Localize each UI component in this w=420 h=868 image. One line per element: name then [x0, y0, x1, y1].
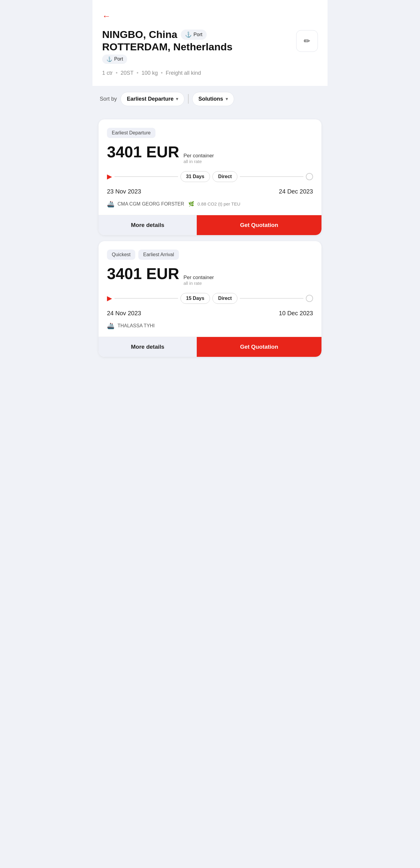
- anchor-icon: ⚓: [185, 31, 192, 38]
- edit-button[interactable]: ✏: [296, 30, 318, 52]
- badge-earliest-departure: Earliest Departure: [107, 128, 156, 138]
- edit-icon: ✏: [304, 36, 310, 46]
- leaf-icon-1: 🌿: [188, 201, 194, 207]
- title-content: NINGBO, China ⚓ Port ROTTERDAM, Netherla…: [102, 29, 291, 64]
- subtitle-freight: Freight all kind: [166, 70, 201, 76]
- card-2-per-container: Per container: [184, 275, 214, 281]
- dot-1: •: [116, 70, 118, 76]
- card-1-per-container: Per container: [184, 153, 214, 159]
- route-circle-1: [306, 173, 313, 180]
- badge-quickest: Quickest: [107, 250, 135, 260]
- subtitle-row: 1 ctr • 20ST • 100 kg • Freight all kind: [102, 70, 318, 76]
- chevron-down-icon-2: ▾: [226, 96, 228, 101]
- card-2-date-from: 24 Nov 2023: [107, 310, 141, 317]
- play-icon-2: ▶: [107, 294, 112, 302]
- origin-port-badge: ⚓ Port: [181, 30, 206, 40]
- subtitle-ctr: 1 ctr: [102, 70, 113, 76]
- card-1-co2: 0.88 CO2 (t) per TEU: [197, 201, 240, 207]
- card-2-all-in: all in rate: [184, 281, 214, 286]
- card-2-route: ▶ 15 Days Direct: [107, 293, 313, 304]
- destination-row: ROTTERDAM, Netherlands: [102, 41, 291, 53]
- back-button[interactable]: ←: [102, 12, 110, 21]
- card-2-ship-row: 🚢 THALASSA TYHI: [107, 322, 313, 330]
- header-section: ← NINGBO, China ⚓ Port ROTTERDAM, Nether…: [93, 0, 327, 86]
- card-1-route: ▶ 31 Days Direct: [107, 171, 313, 182]
- card-1-get-quotation-button[interactable]: Get Quotation: [197, 215, 321, 235]
- back-arrow-icon: ←: [102, 12, 110, 21]
- results-section: Earliest Departure 3401 EUR Per containe…: [93, 112, 327, 364]
- card-2-price: 3401 EUR: [107, 266, 179, 281]
- route-circle-2: [306, 295, 313, 302]
- card-1-price-row: 3401 EUR Per container all in rate: [107, 144, 313, 164]
- dot-3: •: [161, 70, 163, 76]
- sort-label: Sort by: [100, 96, 117, 102]
- card-2-date-to: 10 Dec 2023: [279, 310, 313, 317]
- solutions-select[interactable]: Solutions ▾: [192, 92, 234, 106]
- play-icon-1: ▶: [107, 173, 112, 181]
- ship-icon-2: 🚢: [107, 322, 115, 330]
- anchor-icon-2: ⚓: [106, 56, 112, 62]
- route-line-1: [115, 176, 178, 177]
- card-1-dates: 23 Nov 2023 24 Dec 2023: [107, 188, 313, 195]
- card-2-ship-name: THALASSA TYHI: [118, 323, 155, 329]
- route-line-1b: [240, 176, 303, 177]
- result-card-1: Earliest Departure 3401 EUR Per containe…: [99, 119, 321, 235]
- chevron-down-icon: ▾: [176, 96, 178, 101]
- destination-city: ROTTERDAM, Netherlands: [102, 41, 233, 53]
- solutions-label: Solutions: [199, 96, 223, 102]
- sort-select[interactable]: Earliest Departure ▾: [121, 92, 184, 106]
- sort-value: Earliest Departure: [127, 96, 173, 102]
- card-1-footer: More details Get Quotation: [99, 215, 321, 235]
- destination-port-badge: ⚓ Port: [102, 55, 127, 64]
- card-1-direct: Direct: [213, 171, 237, 182]
- route-line-2b: [240, 298, 303, 299]
- destination-badge-label: Port: [114, 56, 123, 62]
- origin-badge-label: Port: [193, 32, 202, 37]
- card-2-footer: More details Get Quotation: [99, 337, 321, 357]
- card-2-badges: Quickest Earliest Arrival: [107, 250, 313, 260]
- card-1-badges: Earliest Departure: [107, 128, 313, 138]
- card-2-days: 15 Days: [181, 293, 210, 304]
- card-2-inner: Quickest Earliest Arrival 3401 EUR Per c…: [99, 241, 321, 337]
- card-1-ship-row: 🚢 CMA CGM GEORG FORSTER 🌿 0.88 CO2 (t) p…: [107, 200, 313, 208]
- card-2-direct: Direct: [213, 293, 237, 304]
- card-2-get-quotation-button[interactable]: Get Quotation: [197, 337, 321, 357]
- card-1-date-to: 24 Dec 2023: [279, 188, 313, 195]
- title-row: NINGBO, China ⚓ Port ROTTERDAM, Netherla…: [102, 29, 318, 64]
- card-1-inner: Earliest Departure 3401 EUR Per containe…: [99, 119, 321, 215]
- origin-city: NINGBO, China: [102, 29, 177, 40]
- route-line-2: [115, 298, 178, 299]
- card-2-dates: 24 Nov 2023 10 Dec 2023: [107, 310, 313, 317]
- badge-earliest-arrival: Earliest Arrival: [138, 250, 179, 260]
- result-card-2: Quickest Earliest Arrival 3401 EUR Per c…: [99, 241, 321, 357]
- card-2-price-label: Per container all in rate: [184, 275, 214, 286]
- card-1-date-from: 23 Nov 2023: [107, 188, 141, 195]
- origin-row: NINGBO, China ⚓ Port: [102, 29, 291, 40]
- filter-divider: [188, 94, 189, 104]
- card-1-price-label: Per container all in rate: [184, 153, 214, 164]
- subtitle-size: 20ST: [121, 70, 133, 76]
- ship-icon-1: 🚢: [107, 200, 115, 208]
- dot-2: •: [136, 70, 138, 76]
- card-1-days: 31 Days: [181, 171, 210, 182]
- card-2-price-row: 3401 EUR Per container all in rate: [107, 266, 313, 286]
- subtitle-weight: 100 kg: [141, 70, 158, 76]
- destination-badge-wrapper: ⚓ Port: [102, 53, 291, 64]
- card-2-more-details-button[interactable]: More details: [99, 337, 197, 357]
- card-1-price: 3401 EUR: [107, 144, 179, 160]
- card-1-all-in: all in rate: [184, 159, 214, 164]
- filter-bar: Sort by Earliest Departure ▾ Solutions ▾: [93, 86, 327, 112]
- card-1-more-details-button[interactable]: More details: [99, 215, 197, 235]
- card-1-ship-name: CMA CGM GEORG FORSTER: [118, 201, 184, 207]
